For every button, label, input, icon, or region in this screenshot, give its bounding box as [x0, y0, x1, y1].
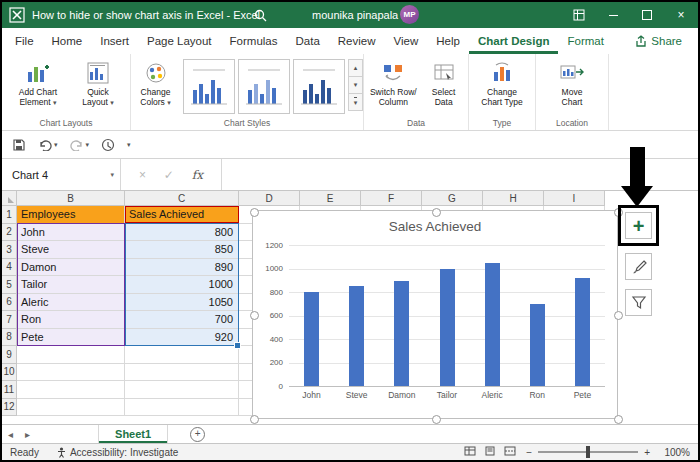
- menu-tab-page-layout[interactable]: Page Layout: [138, 28, 221, 54]
- cell-B11[interactable]: [17, 381, 125, 399]
- view-page-layout-button[interactable]: [484, 446, 496, 458]
- fill-handle[interactable]: [234, 342, 241, 349]
- row-header-6[interactable]: 6: [2, 294, 17, 312]
- zoom-level[interactable]: 100%: [660, 447, 690, 458]
- selection-handle[interactable]: [432, 208, 441, 217]
- cell-B5[interactable]: Tailor: [17, 276, 125, 294]
- chart-style-2[interactable]: [238, 59, 290, 114]
- search-icon[interactable]: [254, 8, 267, 26]
- name-box[interactable]: Chart 4 ▾: [2, 159, 121, 190]
- row-header-10[interactable]: 10: [2, 364, 17, 382]
- cell-C3[interactable]: 850: [125, 241, 239, 259]
- menu-tab-review[interactable]: Review: [329, 28, 385, 54]
- zoom-in-button[interactable]: +: [644, 447, 650, 458]
- row-header-1[interactable]: 1: [2, 206, 17, 224]
- change-colors-button[interactable]: Change Colors ▾: [131, 57, 180, 108]
- cell-B10[interactable]: [17, 364, 125, 382]
- cell-C2[interactable]: 800: [125, 224, 239, 242]
- menu-tab-data[interactable]: Data: [287, 28, 329, 54]
- bar-ron[interactable]: [530, 304, 545, 386]
- row-header-5[interactable]: 5: [2, 276, 17, 294]
- row-header-8[interactable]: 8: [2, 329, 17, 347]
- column-header-B[interactable]: B: [17, 191, 125, 206]
- touch-mode-button[interactable]: [101, 138, 115, 152]
- zoom-out-button[interactable]: −: [526, 447, 532, 458]
- row-header-12[interactable]: 12: [2, 399, 17, 417]
- selection-handle[interactable]: [250, 311, 259, 320]
- add-chart-element-button[interactable]: Add Chart Element ▾: [10, 57, 66, 108]
- cell-C7[interactable]: 700: [125, 311, 239, 329]
- row-header-11[interactable]: 11: [2, 381, 17, 399]
- close-button[interactable]: ×: [664, 2, 698, 28]
- chart-style-3[interactable]: [293, 59, 345, 114]
- menu-tab-insert[interactable]: Insert: [91, 28, 138, 54]
- chart-title[interactable]: Sales Achieved: [253, 219, 617, 234]
- chart-filters-button[interactable]: [625, 289, 652, 316]
- column-header-H[interactable]: H: [483, 191, 544, 206]
- bar-aleric[interactable]: [485, 263, 500, 386]
- minimize-button[interactable]: [596, 2, 630, 28]
- row-header-4[interactable]: 4: [2, 259, 17, 277]
- cell-C6[interactable]: 1050: [125, 294, 239, 312]
- sheet-nav-right-icon[interactable]: ▸: [19, 429, 36, 440]
- gallery-more-button[interactable]: ▾: [348, 93, 363, 111]
- menu-tab-file[interactable]: File: [6, 28, 43, 54]
- selection-handle[interactable]: [614, 311, 623, 320]
- row-header-9[interactable]: 9: [2, 346, 17, 364]
- cell-B3[interactable]: Steve: [17, 241, 125, 259]
- view-page-break-button[interactable]: [504, 446, 516, 458]
- cell-B2[interactable]: John: [17, 224, 125, 242]
- select-all-corner[interactable]: [2, 191, 17, 206]
- cell-C4[interactable]: 890: [125, 259, 239, 277]
- customize-qat-button[interactable]: ▾: [127, 141, 131, 149]
- accessibility-status[interactable]: Accessibility: Investigate: [57, 447, 178, 458]
- gallery-scroll-down-button[interactable]: ▾: [348, 76, 363, 94]
- menu-tab-chart-design[interactable]: Chart Design: [469, 28, 559, 54]
- column-header-I[interactable]: I: [544, 191, 605, 206]
- enter-check-icon[interactable]: ✓: [164, 168, 174, 182]
- restore-button[interactable]: [630, 2, 664, 28]
- cancel-icon[interactable]: ×: [139, 168, 146, 182]
- cell-C8[interactable]: 920: [125, 329, 239, 347]
- cell-C10[interactable]: [125, 364, 239, 382]
- user-name[interactable]: mounika pinapala: [312, 9, 398, 21]
- column-header-E[interactable]: E: [300, 191, 361, 206]
- redo-button[interactable]: ▾: [70, 139, 90, 151]
- chart-style-1[interactable]: [183, 59, 235, 114]
- display-settings-icon[interactable]: [562, 2, 596, 28]
- cell-B7[interactable]: Ron: [17, 311, 125, 329]
- zoom-slider-handle[interactable]: [586, 446, 590, 458]
- avatar[interactable]: MP: [400, 5, 419, 24]
- cell-B6[interactable]: Aleric: [17, 294, 125, 312]
- cell-B9[interactable]: [17, 346, 125, 364]
- cell-B12[interactable]: [17, 399, 125, 417]
- column-header-G[interactable]: G: [422, 191, 483, 206]
- selection-handle[interactable]: [614, 415, 623, 424]
- bar-steve[interactable]: [349, 286, 364, 386]
- undo-button[interactable]: ▾: [38, 139, 58, 151]
- name-box-dropdown-icon[interactable]: ▾: [110, 171, 120, 179]
- chart-styles-button[interactable]: [625, 253, 652, 280]
- column-header-D[interactable]: D: [239, 191, 300, 206]
- add-sheet-button[interactable]: +: [190, 427, 205, 442]
- row-header-2[interactable]: 2: [2, 224, 17, 242]
- switch-row-column-button[interactable]: Switch Row/ Column: [367, 57, 419, 107]
- menu-tab-view[interactable]: View: [385, 28, 428, 54]
- move-chart-button[interactable]: Move Chart: [551, 57, 593, 107]
- cell-C5[interactable]: 1000: [125, 276, 239, 294]
- chart-elements-button[interactable]: +: [625, 212, 652, 239]
- sheet-nav-left-icon[interactable]: ◂: [2, 429, 19, 440]
- select-data-button[interactable]: Select Data: [423, 57, 465, 107]
- cell-C1[interactable]: Sales Achieved: [125, 206, 239, 224]
- embedded-chart[interactable]: Sales Achieved020040060080010001200JohnS…: [252, 210, 618, 419]
- menu-tab-home[interactable]: Home: [43, 28, 92, 54]
- row-header-7[interactable]: 7: [2, 311, 17, 329]
- change-chart-type-button[interactable]: Change Chart Type: [476, 57, 528, 107]
- selection-handle[interactable]: [614, 208, 623, 217]
- gallery-scroll-up-button[interactable]: ▴: [348, 59, 363, 77]
- row-header-3[interactable]: 3: [2, 241, 17, 259]
- sheet-tab-sheet1[interactable]: Sheet1: [98, 425, 168, 443]
- bar-damon[interactable]: [394, 281, 409, 386]
- quick-layout-button[interactable]: Quick Layout ▾: [74, 57, 122, 108]
- cell-B1[interactable]: Employees: [17, 206, 125, 224]
